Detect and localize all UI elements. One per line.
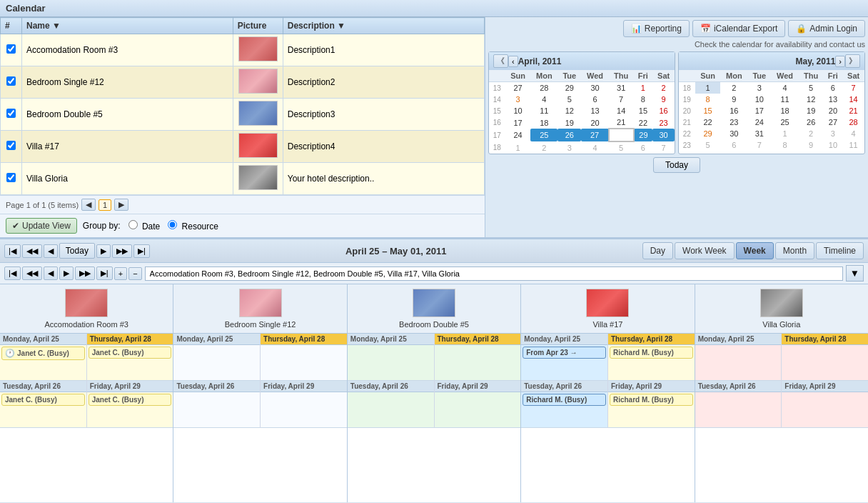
cal-day[interactable]: 28 bbox=[609, 129, 634, 141]
cal-day[interactable]: 22 bbox=[634, 116, 653, 129]
cal-day[interactable]: 7 bbox=[842, 82, 864, 94]
reporting-button[interactable]: 📊 Reporting bbox=[623, 20, 690, 37]
day-slot[interactable] bbox=[695, 392, 782, 428]
cal-day[interactable]: 6 bbox=[634, 141, 653, 154]
resource-first-btn[interactable]: |◀ bbox=[4, 267, 21, 280]
tab-timeline[interactable]: Timeline bbox=[816, 242, 864, 259]
cal-day[interactable]: 7 bbox=[609, 94, 634, 105]
day-slot[interactable] bbox=[435, 345, 521, 381]
cal-day[interactable]: 3 bbox=[557, 141, 581, 154]
cal-day[interactable]: 5 bbox=[799, 82, 824, 94]
cal-day[interactable]: 19 bbox=[799, 105, 824, 116]
cal-day[interactable]: 9 bbox=[799, 139, 824, 151]
prev-prev-btn[interactable]: ◀◀ bbox=[22, 244, 42, 258]
cal-day[interactable]: 21 bbox=[609, 116, 634, 129]
cal-day[interactable]: 31 bbox=[747, 128, 771, 139]
day-slot[interactable] bbox=[173, 392, 260, 428]
today-nav-btn[interactable]: Today bbox=[59, 243, 95, 259]
cal-day[interactable]: 15 bbox=[634, 105, 653, 116]
cal-day[interactable]: 27 bbox=[505, 82, 531, 94]
cal-day[interactable]: 30 bbox=[720, 128, 747, 139]
resource-add-btn[interactable]: + bbox=[114, 267, 127, 280]
cal-day[interactable]: 9 bbox=[652, 94, 675, 105]
cal-day[interactable]: 1 bbox=[695, 82, 721, 94]
cal-day[interactable]: 20 bbox=[581, 116, 609, 129]
tab-work-week[interactable]: Work Week bbox=[675, 242, 735, 259]
cal-day[interactable]: 7 bbox=[652, 141, 675, 154]
cal-day[interactable]: 26 bbox=[799, 116, 824, 128]
mini-today-button[interactable]: Today bbox=[653, 157, 700, 173]
admin-login-button[interactable]: 🔒 Admin Login bbox=[788, 20, 865, 37]
cal-day[interactable]: 1 bbox=[634, 82, 653, 94]
row-checkbox-4[interactable] bbox=[6, 173, 16, 182]
event-block[interactable]: Richard M. (Busy) bbox=[523, 394, 606, 406]
day-slot[interactable]: Richard M. (Busy) bbox=[521, 392, 607, 428]
cal-day[interactable]: 21 bbox=[842, 105, 864, 116]
cal-day[interactable]: 8 bbox=[634, 94, 653, 105]
cal-day[interactable]: 6 bbox=[824, 82, 843, 94]
cal-day[interactable]: 10 bbox=[505, 105, 531, 116]
event-block[interactable]: Richard M. (Busy) bbox=[610, 394, 693, 406]
event-block[interactable]: From Apr 23 → bbox=[523, 347, 606, 359]
tab-day[interactable]: Day bbox=[642, 242, 673, 259]
cal-day[interactable]: 28 bbox=[530, 82, 557, 94]
tab-week[interactable]: Week bbox=[736, 242, 774, 259]
cal-day[interactable]: 2 bbox=[530, 141, 557, 154]
cal-day[interactable]: 23 bbox=[652, 116, 675, 129]
cal-day[interactable]: 8 bbox=[695, 94, 721, 105]
cal-day[interactable]: 4 bbox=[581, 141, 609, 154]
cal-day[interactable]: 19 bbox=[557, 116, 581, 129]
april-prev-btn[interactable]: ‹ bbox=[508, 56, 518, 67]
cal-day[interactable]: 2 bbox=[720, 82, 747, 94]
next-next-btn[interactable]: ▶▶ bbox=[112, 244, 132, 258]
resource-prev-btn[interactable]: ◀ bbox=[44, 267, 58, 280]
row-checkbox-3[interactable] bbox=[6, 141, 16, 150]
day-slot[interactable]: Janet C. (Busy) bbox=[0, 392, 86, 428]
event-block[interactable]: Janet C. (Busy) bbox=[89, 394, 172, 406]
cal-day[interactable]: 30 bbox=[652, 129, 675, 141]
cal-day[interactable]: 27 bbox=[824, 116, 843, 128]
resource-next-btn[interactable]: ▶ bbox=[59, 267, 74, 280]
cal-day[interactable]: 26 bbox=[557, 129, 581, 141]
cal-day[interactable]: 7 bbox=[747, 139, 771, 151]
group-date-radio[interactable] bbox=[128, 220, 138, 229]
prev-page-btn[interactable]: ◀ bbox=[81, 199, 96, 211]
cal-day[interactable]: 22 bbox=[695, 116, 721, 128]
row-checkbox-1[interactable] bbox=[6, 76, 16, 86]
cal-day[interactable]: 6 bbox=[581, 94, 609, 105]
cal-day[interactable]: 9 bbox=[720, 94, 747, 105]
icalendar-button[interactable]: 📅 iCalendar Export bbox=[692, 20, 785, 37]
cal-day[interactable]: 3 bbox=[505, 94, 531, 105]
row-checkbox-0[interactable] bbox=[6, 44, 16, 54]
cal-day[interactable]: 3 bbox=[747, 82, 771, 94]
day-slot[interactable] bbox=[261, 392, 347, 428]
cal-day[interactable]: 28 bbox=[842, 116, 864, 128]
prev-btn[interactable]: ◀ bbox=[44, 244, 58, 258]
april-prev-prev-btn[interactable]: 《 bbox=[493, 54, 508, 68]
cal-day[interactable]: 4 bbox=[530, 94, 557, 105]
cal-day[interactable]: 31 bbox=[609, 82, 634, 94]
tab-month[interactable]: Month bbox=[775, 242, 814, 259]
row-checkbox-2[interactable] bbox=[6, 109, 16, 118]
next-btn[interactable]: ▶ bbox=[96, 244, 111, 258]
day-slot[interactable] bbox=[261, 345, 347, 381]
cal-day[interactable]: 12 bbox=[557, 105, 581, 116]
cal-day[interactable]: 29 bbox=[557, 82, 581, 94]
resource-last-btn[interactable]: ▶| bbox=[96, 267, 113, 280]
day-slot[interactable]: From Apr 23 → bbox=[521, 345, 607, 381]
next-page-btn[interactable]: ▶ bbox=[114, 199, 128, 211]
event-block[interactable]: Richard M. (Busy) bbox=[610, 347, 693, 359]
cal-day[interactable]: 4 bbox=[842, 128, 864, 139]
cal-day[interactable]: 11 bbox=[530, 105, 557, 116]
first-btn[interactable]: |◀ bbox=[4, 244, 21, 258]
cal-day[interactable]: 11 bbox=[771, 94, 799, 105]
cal-day[interactable]: 15 bbox=[695, 105, 721, 116]
day-slot[interactable] bbox=[435, 392, 521, 428]
cal-day[interactable]: 5 bbox=[557, 94, 581, 105]
cal-day[interactable]: 27 bbox=[581, 129, 609, 141]
cal-day[interactable]: 17 bbox=[505, 116, 531, 129]
day-slot[interactable]: Richard M. (Busy) bbox=[608, 392, 695, 428]
may-next-next-btn[interactable]: 》 bbox=[845, 54, 860, 68]
cal-day[interactable]: 1 bbox=[505, 141, 531, 154]
group-resource-label[interactable]: Resource bbox=[166, 220, 218, 231]
